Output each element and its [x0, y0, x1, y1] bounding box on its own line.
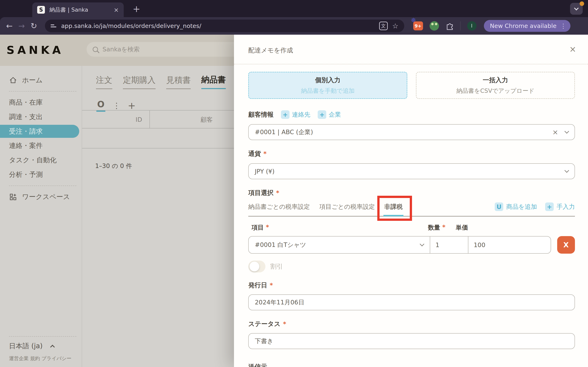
issue-date-label-row: 発行日 *	[248, 281, 575, 290]
sidebar-item-orders[interactable]: 受注・請求	[0, 125, 79, 138]
status-label-row: ステータス *	[248, 320, 575, 328]
customer-select[interactable]: #0001 | ABC (企業) ×	[248, 124, 575, 140]
view-menu-icon[interactable]: ⋮	[113, 101, 121, 110]
tab-per-item-tax[interactable]: 項目ごとの税率設定	[319, 203, 375, 211]
language-switcher[interactable]: 日本語 (ja)	[9, 342, 78, 351]
sidebar-item-label: 分析・予測	[9, 170, 43, 179]
sidebar-footer: 日本語 (ja) 運営企業 規約 プライバシー	[0, 336, 78, 367]
view-selector[interactable]: O	[96, 99, 105, 112]
browser-tab[interactable]: S 納品書 | Sanka ×	[32, 2, 124, 17]
sanka-favicon: S	[37, 6, 45, 14]
add-company-button[interactable]: + 企業	[318, 110, 341, 119]
qty-value: 1	[435, 242, 439, 249]
extension-badge-count: 9+	[415, 24, 422, 29]
add-product-button[interactable]: U 商品を追加	[495, 202, 537, 211]
tab-tax-exempt[interactable]: 非課税	[384, 203, 403, 211]
chrome-update-label: New Chrome available	[490, 22, 557, 29]
method-card-bulk[interactable]: 一括入力 納品書をCSVでアップロード	[416, 72, 575, 99]
tab-subscriptions[interactable]: 定期購入	[123, 75, 156, 89]
required-marker: *	[283, 320, 286, 327]
tab-close-icon[interactable]: ×	[114, 6, 119, 13]
sanka-logo: SANKA	[7, 44, 64, 57]
method-card-individual[interactable]: 個別入力 納品書を手動で追加	[248, 72, 407, 99]
qty-label-text: 数量	[428, 224, 440, 232]
forward-button[interactable]: →	[18, 21, 25, 30]
column-header-id[interactable]: ID	[82, 110, 142, 129]
line-item-labels: 項目 * 数量 * 単価	[248, 224, 575, 231]
chrome-update-button[interactable]: New Chrome available ⋮	[484, 20, 571, 32]
bookmark-star-icon[interactable]: ☆	[392, 22, 398, 30]
product-select[interactable]: #0001 白Tシャツ	[249, 236, 430, 253]
plus-icon: +	[281, 110, 290, 119]
tab-per-note-tax[interactable]: 納品書ごとの税率設定	[248, 203, 310, 211]
currency-select[interactable]: JPY (¥)	[248, 163, 575, 179]
column-header-customer[interactable]: 顧客	[193, 110, 220, 129]
tab-orders[interactable]: 注文	[96, 75, 112, 89]
pagination-label: 1–30 の 0 件	[95, 162, 132, 170]
browser-menu-icon[interactable]: ⋮	[560, 22, 566, 30]
clear-icon[interactable]: ×	[553, 128, 558, 136]
status-input[interactable]: 下書き	[248, 333, 575, 349]
tab-delivery-notes[interactable]: 納品書	[201, 74, 226, 89]
price-input[interactable]: 100	[468, 236, 551, 253]
customer-info-row: 顧客情報 + 連絡先 + 企業	[248, 110, 575, 119]
table-header: ID 顧客	[82, 110, 234, 128]
chevron-up-icon	[50, 345, 55, 349]
issue-date-input[interactable]: 2024年11月06日	[248, 294, 575, 310]
table-row-divider	[82, 148, 234, 149]
translate-icon[interactable]: 文	[379, 22, 388, 30]
footer-links[interactable]: 運営企業 規約 プライバシー	[9, 355, 78, 362]
modal-header: 配達メモを作成 ×	[234, 35, 588, 64]
sidebar-divider	[9, 91, 76, 92]
qty-input[interactable]: 1	[430, 236, 468, 253]
sidebar-item-contacts[interactable]: 連絡・案件	[0, 138, 82, 153]
tab-quotes[interactable]: 見積書	[166, 75, 191, 89]
plus-icon: +	[318, 110, 326, 119]
tab-search-button[interactable]	[570, 3, 583, 15]
customer-select-value: #0001 | ABC (企業)	[255, 128, 553, 136]
qty-column-label: 数量 *	[428, 224, 445, 232]
delete-row-button[interactable]: X	[557, 236, 575, 254]
close-icon[interactable]: ×	[569, 44, 576, 54]
new-tab-button[interactable]: +	[133, 4, 140, 13]
item-column-label: 項目 *	[251, 224, 269, 232]
input-method-cards: 個別入力 納品書を手動で追加 一括入力 納品書をCSVでアップロード	[248, 72, 575, 99]
sidebar-item-products[interactable]: 商品・在庫	[0, 95, 82, 110]
sidebar-item-workspace[interactable]: ワークスペース	[0, 190, 82, 204]
sidebar-item-home[interactable]: ホーム	[0, 73, 82, 87]
site-settings-icon[interactable]	[51, 25, 57, 27]
frog-extension-icon[interactable]	[430, 21, 439, 31]
currency-label-row: 通貨 *	[248, 150, 575, 158]
document-tabs: 注文 定期購入 見積書 納品書 売上	[96, 74, 234, 89]
discount-toggle[interactable]	[248, 261, 265, 272]
method-subtitle: 納品書をCSVでアップロード	[456, 87, 534, 95]
sidebar: ホーム 商品・在庫 調達・支出 受注・請求 連絡・案件 タスク・自動化 分析・予…	[0, 66, 82, 367]
sidebar-item-tasks[interactable]: タスク・自動化	[0, 153, 82, 167]
reload-button[interactable]: ↻	[31, 21, 37, 30]
modal-body: 個別入力 納品書を手動で追加 一括入力 納品書をCSVでアップロード 顧客情報 …	[234, 64, 588, 367]
price-label-text: 単価	[456, 224, 468, 232]
address-bar[interactable]: app.sanka.io/ja/modules/orders/delivery_…	[45, 20, 404, 32]
add-view-button[interactable]: +	[128, 100, 136, 111]
search-placeholder: Sankaを検索	[103, 45, 140, 54]
view-toolbar: O ⋮ +	[96, 99, 136, 112]
sidebar-item-analytics[interactable]: 分析・予測	[0, 167, 82, 182]
currency-label: 通貨	[248, 150, 261, 158]
add-contact-button[interactable]: + 連絡先	[281, 110, 310, 119]
extensions-puzzle-icon[interactable]	[445, 22, 454, 30]
product-bag-icon: U	[495, 202, 503, 211]
sidebar-item-procurement[interactable]: 調達・支出	[0, 110, 82, 124]
extension-badge[interactable]: 9+ ❊	[413, 21, 423, 30]
sidebar-item-label: ホーム	[22, 76, 43, 85]
tab-strip: S 納品書 | Sanka × +	[0, 0, 588, 17]
add-contact-label: 連絡先	[292, 110, 310, 119]
sidebar-item-label: 受注・請求	[9, 127, 43, 136]
profile-avatar[interactable]: I	[467, 21, 476, 31]
sender-label-row: 送信元	[248, 363, 575, 367]
delivery-notes-table: ID 顧客 1–30 の 0 件	[82, 110, 234, 128]
browser-toolbar: ← → ↻ app.sanka.io/ja/modules/orders/del…	[0, 17, 588, 35]
sender-label: 送信元	[248, 363, 267, 367]
back-button[interactable]: ←	[6, 21, 13, 30]
manual-input-button[interactable]: + 手入力	[545, 202, 575, 211]
item-add-links: U 商品を追加 + 手入力	[495, 202, 575, 211]
